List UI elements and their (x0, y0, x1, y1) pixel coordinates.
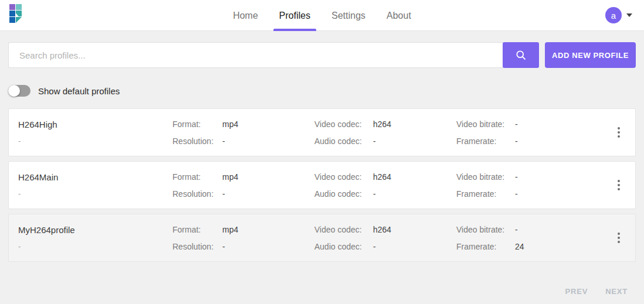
format-value: mp4 (222, 225, 238, 234)
account-menu[interactable]: a (605, 7, 632, 23)
profile-card: MyH264profile - Format: mp4 Resolution: … (8, 214, 636, 262)
framerate-value: 24 (515, 242, 524, 251)
framerate-value: - (515, 136, 518, 146)
nav-item-settings[interactable]: Settings (331, 0, 365, 31)
profile-fields-col-2: Video codec: h264 Audio codec: - (314, 172, 456, 199)
profile-card: H264High - Format: mp4 Resolution: - Vid… (8, 108, 636, 156)
profile-fields-col-3: Video bitrate: - Framerate: - (456, 119, 598, 146)
avatar[interactable]: a (605, 7, 622, 23)
search-icon (515, 49, 527, 61)
nav-item-label: Settings (331, 11, 365, 21)
profile-fields-col-1: Format: mp4 Resolution: - (172, 225, 314, 251)
framerate-label: Framerate: (456, 189, 515, 199)
profile-options-menu-icon[interactable] (612, 125, 626, 139)
show-default-profiles-toggle[interactable] (8, 85, 30, 97)
format-label: Format: (172, 225, 222, 234)
profile-options-menu-icon[interactable] (612, 231, 626, 245)
search-button[interactable] (503, 42, 539, 68)
profile-title-col: MyH264profile - (18, 225, 172, 251)
nav-item-label: About (387, 11, 411, 21)
framerate-label: Framerate: (456, 242, 515, 251)
search-row: ADD NEW PROFILE (8, 42, 636, 68)
profile-fields-col-2: Video codec: h264 Audio codec: - (314, 119, 456, 146)
resolution-value: - (222, 189, 225, 199)
active-tab-underline (273, 29, 316, 31)
logo-square (16, 4, 22, 10)
resolution-label: Resolution: (172, 136, 222, 146)
profile-card: H264Main - Format: mp4 Resolution: - Vid… (8, 161, 636, 209)
format-label: Format: (172, 119, 222, 129)
resolution-label: Resolution: (172, 189, 222, 199)
chevron-down-icon[interactable] (626, 13, 632, 17)
profile-title-col: H264Main - (18, 172, 172, 198)
video-codec-value: h264 (373, 119, 391, 129)
profile-fields-col-3: Video bitrate: - Framerate: - (456, 172, 598, 199)
profile-fields-col-1: Format: mp4 Resolution: - (172, 119, 314, 146)
app-logo-icon (9, 4, 22, 23)
profile-list: H264High - Format: mp4 Resolution: - Vid… (8, 108, 636, 262)
next-page-button[interactable]: NEXT (605, 287, 628, 296)
profile-name: H264Main (18, 172, 172, 182)
nav-item-home[interactable]: Home (233, 0, 258, 31)
header: Home Profiles Settings About a (0, 0, 644, 31)
profile-fields-col-1: Format: mp4 Resolution: - (172, 172, 314, 199)
logo-square (16, 11, 22, 16)
profile-title-col: H264High - (18, 119, 172, 145)
nav-item-label: Profiles (279, 11, 310, 21)
framerate-value: - (515, 189, 518, 199)
video-codec-value: h264 (373, 225, 391, 234)
prev-page-button[interactable]: PREV (565, 287, 588, 296)
video-bitrate-value: - (515, 172, 518, 182)
logo-square (9, 4, 15, 10)
main-content: ADD NEW PROFILE Show default profiles H2… (0, 31, 644, 304)
audio-codec-label: Audio codec: (314, 242, 373, 251)
profile-subtitle: - (18, 136, 172, 145)
toggle-knob (8, 85, 20, 97)
resolution-value: - (222, 136, 225, 146)
format-value: mp4 (222, 172, 238, 182)
profile-subtitle: - (18, 189, 172, 198)
logo-square (9, 17, 15, 23)
audio-codec-label: Audio codec: (314, 189, 373, 199)
profile-subtitle: - (18, 242, 172, 251)
audio-codec-value: - (373, 242, 376, 251)
nav-item-profiles[interactable]: Profiles (279, 0, 310, 31)
main-nav: Home Profiles Settings About (233, 0, 411, 31)
show-default-profiles-row: Show default profiles (8, 84, 636, 97)
search-group (8, 42, 539, 68)
search-input[interactable] (8, 42, 504, 68)
video-codec-label: Video codec: (314, 172, 373, 182)
video-codec-value: h264 (373, 172, 391, 182)
audio-codec-label: Audio codec: (314, 136, 373, 146)
toggle-label: Show default profiles (38, 86, 120, 96)
framerate-label: Framerate: (456, 136, 515, 146)
video-bitrate-label: Video bitrate: (456, 172, 515, 182)
video-bitrate-label: Video bitrate: (456, 119, 515, 129)
logo-square (16, 17, 22, 23)
format-value: mp4 (222, 119, 238, 129)
video-bitrate-value: - (515, 119, 518, 129)
resolution-label: Resolution: (172, 242, 222, 251)
profile-fields-col-3: Video bitrate: - Framerate: 24 (456, 225, 598, 251)
video-bitrate-value: - (515, 225, 518, 234)
video-bitrate-label: Video bitrate: (456, 225, 515, 234)
audio-codec-value: - (373, 189, 376, 199)
profile-fields-col-2: Video codec: h264 Audio codec: - (314, 225, 456, 251)
video-codec-label: Video codec: (314, 119, 373, 129)
nav-item-label: Home (233, 11, 258, 21)
audio-codec-value: - (373, 136, 376, 146)
profile-name: MyH264profile (18, 225, 172, 235)
pagination: PREV NEXT (8, 287, 636, 296)
app: Home Profiles Settings About a (0, 0, 644, 304)
video-codec-label: Video codec: (314, 225, 373, 234)
resolution-value: - (222, 242, 225, 251)
profile-name: H264High (18, 119, 172, 129)
format-label: Format: (172, 172, 222, 182)
profile-options-menu-icon[interactable] (612, 178, 626, 192)
nav-item-about[interactable]: About (387, 0, 411, 31)
add-new-profile-button[interactable]: ADD NEW PROFILE (545, 42, 636, 68)
logo-square (9, 11, 15, 16)
